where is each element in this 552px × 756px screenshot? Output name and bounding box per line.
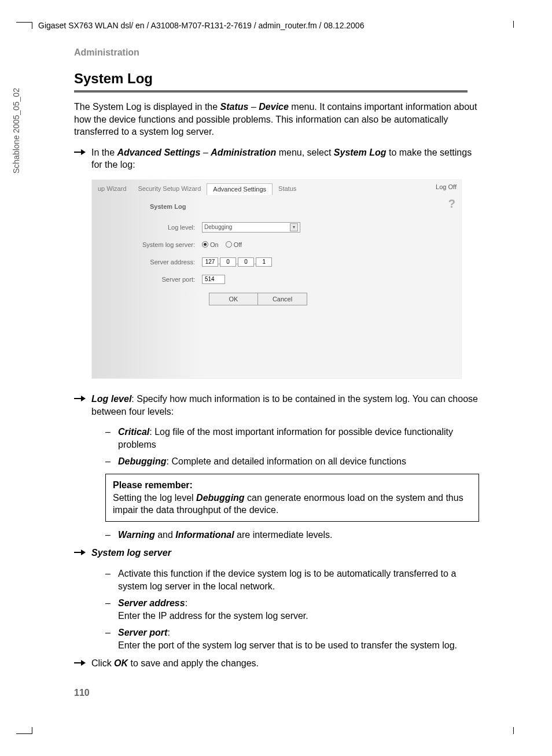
svg-marker-5 <box>81 550 86 555</box>
page-number: 110 <box>74 688 90 698</box>
log-level-select[interactable]: Debugging ▾ <box>202 222 300 233</box>
log-level-list-2: –Warning and Informational are intermedi… <box>105 529 479 541</box>
section-breadcrumb: Administration <box>74 47 479 58</box>
step-syslog-server: System log server <box>74 547 479 559</box>
tab-security-wizard[interactable]: Security Setup Wizard <box>133 183 207 195</box>
chevron-down-icon: ▾ <box>290 223 298 231</box>
page-title: System Log <box>74 71 479 87</box>
arrow-icon <box>74 657 87 670</box>
label-server-port: Server port: <box>127 276 202 283</box>
note-title: Please remember: <box>113 480 193 490</box>
crop-mark-bl <box>32 727 32 734</box>
log-level-list: –Critical: Log file of the most importan… <box>105 426 479 468</box>
step-click-ok: Click OK to save and apply the changes. <box>74 657 479 670</box>
tab-advanced-settings[interactable]: Advanced Settings <box>207 183 273 195</box>
page-header-path: Gigaset SX763 WLAN dsl/ en / A31008-M707… <box>38 21 514 31</box>
arrow-icon <box>74 146 87 171</box>
step-open-menu: In the Advanced Settings – Administratio… <box>74 146 479 171</box>
label-log-level: Log level: <box>127 224 202 231</box>
help-icon[interactable]: ? <box>448 197 455 211</box>
syslog-server-list: –Activate this function if the device sy… <box>105 567 479 652</box>
tab-setup-wizard[interactable]: up Wizard <box>92 183 133 195</box>
template-side-label: Schablone 2005_05_02 <box>12 88 21 174</box>
crop-mark-br <box>513 727 514 734</box>
log-level-value: Debugging <box>204 224 232 230</box>
server-port-input[interactable] <box>202 275 225 284</box>
crop-mark-tl <box>32 22 32 29</box>
label-syslog-server: System log server: <box>127 241 202 248</box>
svg-marker-3 <box>81 396 86 401</box>
router-ui-screenshot: up Wizard Security Setup Wizard Advanced… <box>91 179 462 379</box>
step-log-level: Log level: Specify how much information … <box>74 393 479 418</box>
note-box: Please remember: Setting the log level D… <box>105 474 479 522</box>
page-content: Administration System Log The System Log… <box>74 47 479 678</box>
ok-button[interactable]: OK <box>209 293 258 305</box>
arrow-icon <box>74 547 87 559</box>
svg-marker-1 <box>81 149 86 155</box>
tab-status[interactable]: Status <box>273 183 302 195</box>
arrow-icon <box>74 393 87 418</box>
ip-octet-4[interactable] <box>256 257 272 267</box>
ip-octet-2[interactable] <box>220 257 236 267</box>
cancel-button[interactable]: Cancel <box>258 293 307 305</box>
logoff-link[interactable]: Log Off <box>436 183 457 190</box>
title-rule <box>74 90 468 93</box>
label-server-address: Server address: <box>127 259 202 265</box>
radio-on[interactable]: On <box>202 241 219 248</box>
radio-off[interactable]: Off <box>226 241 242 248</box>
ip-octet-1[interactable] <box>202 257 218 267</box>
svg-marker-7 <box>81 660 86 666</box>
intro-paragraph: The System Log is displayed in the Statu… <box>74 101 479 138</box>
panel-title: System Log <box>150 203 186 210</box>
ip-octet-3[interactable] <box>238 257 254 267</box>
